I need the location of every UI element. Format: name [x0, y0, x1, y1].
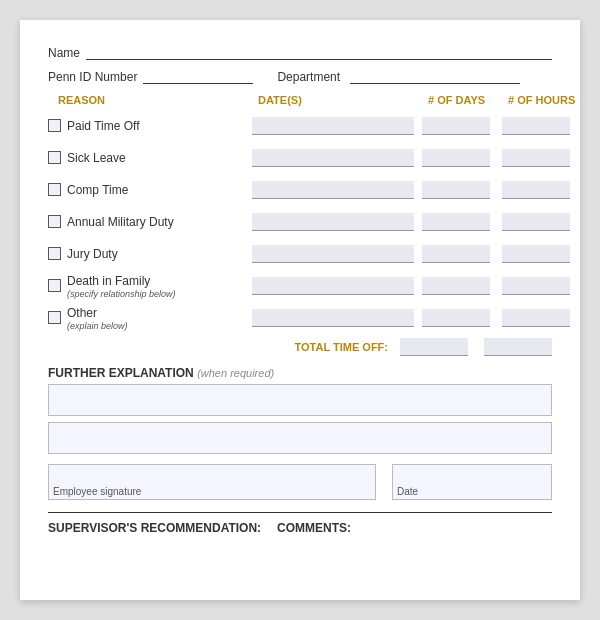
col-days: # OF DAYS — [428, 94, 508, 106]
reason-name-paid-time-off: Paid Time Off — [67, 119, 139, 133]
hours-input-other[interactable] — [502, 309, 570, 327]
days-input-jury-duty[interactable] — [422, 245, 490, 263]
reason-sub-death-in-family: (specify relationship below) — [67, 289, 176, 299]
reason-name-other: Other — [67, 306, 97, 320]
reason-name-annual-military-duty: Annual Military Duty — [67, 215, 174, 229]
reason-left-other: Other(explain below) — [48, 303, 248, 331]
reason-left-death-in-family: Death in Family(specify relationship bel… — [48, 271, 248, 299]
sig-label: Employee signature — [53, 486, 141, 497]
checkbox-paid-time-off[interactable] — [48, 119, 61, 132]
reason-left-jury-duty: Jury Duty — [48, 244, 248, 262]
form-page: Name Penn ID Number Department REASON DA… — [20, 20, 580, 600]
reason-row-annual-military-duty: Annual Military Duty — [48, 206, 552, 236]
total-hours-input[interactable] — [484, 338, 552, 356]
date-input-comp-time[interactable] — [252, 181, 414, 199]
total-label: TOTAL TIME OFF: — [295, 341, 389, 353]
name-label: Name — [48, 46, 80, 60]
reason-row-death-in-family: Death in Family(specify relationship bel… — [48, 270, 552, 300]
signature-row: Employee signature Date — [48, 464, 552, 500]
checkbox-comp-time[interactable] — [48, 183, 61, 196]
reason-left-paid-time-off: Paid Time Off — [48, 116, 248, 134]
total-days-input[interactable] — [400, 338, 468, 356]
reason-name-sick-leave: Sick Leave — [67, 151, 126, 165]
further-when: (when required) — [197, 367, 274, 379]
reason-left-comp-time: Comp Time — [48, 180, 248, 198]
reason-left-annual-military-duty: Annual Military Duty — [48, 212, 248, 230]
date-input-paid-time-off[interactable] — [252, 117, 414, 135]
dept-label: Department — [277, 70, 340, 84]
reason-row-comp-time: Comp Time — [48, 174, 552, 204]
supervisor-label: SUPERVISOR'S RECOMMENDATION: — [48, 521, 261, 535]
explanation-area-1[interactable] — [48, 384, 552, 416]
employee-signature-box[interactable]: Employee signature — [48, 464, 376, 500]
checkbox-jury-duty[interactable] — [48, 247, 61, 260]
reason-row-other: Other(explain below) — [48, 302, 552, 332]
checkbox-death-in-family[interactable] — [48, 279, 61, 292]
date-box[interactable]: Date — [392, 464, 552, 500]
days-input-sick-leave[interactable] — [422, 149, 490, 167]
hours-input-death-in-family[interactable] — [502, 277, 570, 295]
further-title: FURTHER EXPLANATION — [48, 366, 194, 380]
col-hours: # OF HOURS — [508, 94, 588, 106]
reasons-container: Paid Time OffSick LeaveComp TimeAnnual M… — [48, 110, 552, 332]
days-input-paid-time-off[interactable] — [422, 117, 490, 135]
checkbox-sick-leave[interactable] — [48, 151, 61, 164]
days-input-other[interactable] — [422, 309, 490, 327]
reason-row-jury-duty: Jury Duty — [48, 238, 552, 268]
days-input-comp-time[interactable] — [422, 181, 490, 199]
penn-input[interactable] — [143, 68, 253, 84]
col-dates: DATE(S) — [258, 94, 428, 106]
reason-name-death-in-family: Death in Family — [67, 274, 150, 288]
reason-row-paid-time-off: Paid Time Off — [48, 110, 552, 140]
further-section: FURTHER EXPLANATION (when required) — [48, 366, 552, 454]
dept-input[interactable] — [350, 68, 520, 84]
date-input-death-in-family[interactable] — [252, 277, 414, 295]
hours-input-annual-military-duty[interactable] — [502, 213, 570, 231]
column-headers: REASON DATE(S) # OF DAYS # OF HOURS — [48, 94, 552, 106]
reason-name-comp-time: Comp Time — [67, 183, 128, 197]
hours-input-sick-leave[interactable] — [502, 149, 570, 167]
supervisor-row: SUPERVISOR'S RECOMMENDATION: COMMENTS: — [48, 512, 552, 535]
name-row: Name — [48, 44, 552, 60]
total-row: TOTAL TIME OFF: — [48, 338, 552, 356]
penn-label: Penn ID Number — [48, 70, 137, 84]
date-input-jury-duty[interactable] — [252, 245, 414, 263]
days-input-death-in-family[interactable] — [422, 277, 490, 295]
reason-left-sick-leave: Sick Leave — [48, 148, 248, 166]
explanation-area-2[interactable] — [48, 422, 552, 454]
dept-row: Department — [277, 68, 520, 84]
days-input-annual-military-duty[interactable] — [422, 213, 490, 231]
date-label: Date — [397, 486, 418, 497]
reason-sub-other: (explain below) — [67, 321, 128, 331]
hours-input-jury-duty[interactable] — [502, 245, 570, 263]
comments-label: COMMENTS: — [277, 521, 351, 535]
hours-input-comp-time[interactable] — [502, 181, 570, 199]
date-input-annual-military-duty[interactable] — [252, 213, 414, 231]
hours-input-paid-time-off[interactable] — [502, 117, 570, 135]
col-reason: REASON — [58, 94, 258, 106]
penn-dept-row: Penn ID Number Department — [48, 68, 552, 84]
reason-row-sick-leave: Sick Leave — [48, 142, 552, 172]
date-input-other[interactable] — [252, 309, 414, 327]
date-input-sick-leave[interactable] — [252, 149, 414, 167]
checkbox-other[interactable] — [48, 311, 61, 324]
name-input[interactable] — [86, 44, 552, 60]
reason-name-jury-duty: Jury Duty — [67, 247, 118, 261]
checkbox-annual-military-duty[interactable] — [48, 215, 61, 228]
